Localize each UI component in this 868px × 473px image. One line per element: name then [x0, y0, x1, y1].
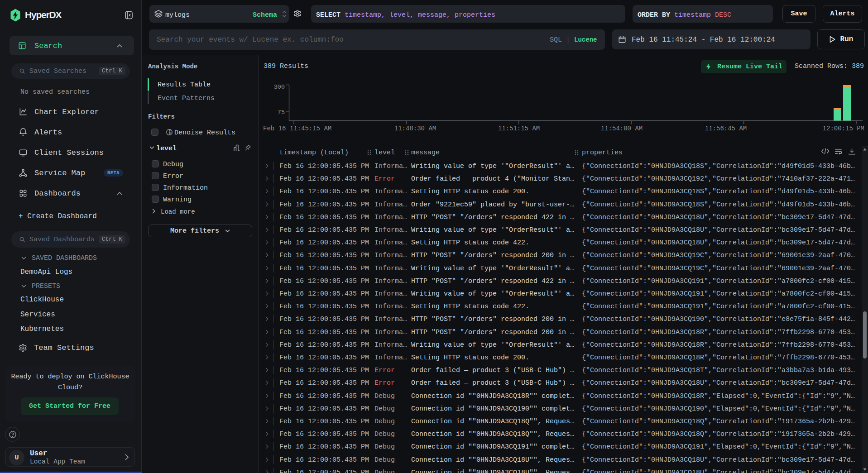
svg-text:300: 300 [274, 84, 285, 91]
svg-text:12:00:15 PM: 12:00:15 PM [823, 125, 864, 132]
svg-text:11:54:00 AM: 11:54:00 AM [601, 125, 643, 132]
svg-text:Feb 16 11:45:15 AM: Feb 16 11:45:15 AM [263, 125, 331, 132]
svg-text:11:48:30 AM: 11:48:30 AM [394, 125, 436, 132]
svg-text:11:51:15 AM: 11:51:15 AM [498, 125, 540, 132]
svg-text:11:56:45 AM: 11:56:45 AM [705, 125, 747, 132]
svg-text:75: 75 [278, 109, 285, 116]
